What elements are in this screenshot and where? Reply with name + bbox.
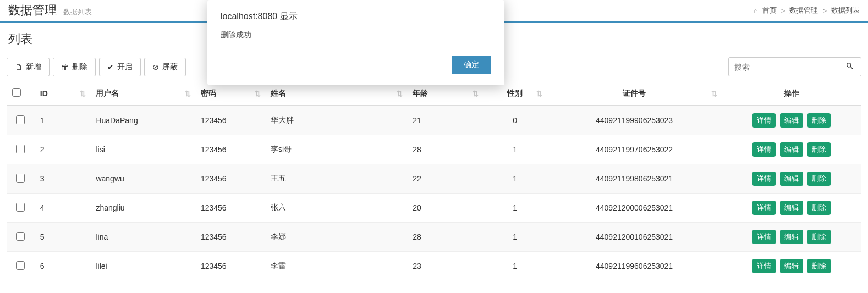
cell-actions: 详情 编辑 删除 bbox=[722, 223, 861, 252]
cell-idcard: 440921200106253021 bbox=[547, 223, 722, 252]
enable-button[interactable]: ✔ 开启 bbox=[99, 58, 141, 76]
row-checkbox[interactable] bbox=[16, 115, 25, 124]
cell-age: 21 bbox=[407, 106, 483, 135]
alert-dialog: localhost:8080 显示 删除成功 确定 bbox=[207, 0, 504, 85]
cell-id: 3 bbox=[35, 164, 91, 194]
breadcrumb-item-2[interactable]: 数据列表 bbox=[831, 5, 860, 15]
sort-icon: ⇅ bbox=[536, 91, 542, 95]
detail-button[interactable]: 详情 bbox=[752, 201, 776, 215]
breadcrumb-home[interactable]: 首页 bbox=[762, 5, 777, 15]
cell-username: lisi bbox=[90, 135, 195, 164]
column-actions: 操作 bbox=[722, 81, 861, 106]
row-delete-button[interactable]: 删除 bbox=[807, 230, 831, 244]
sort-icon: ⇅ bbox=[473, 91, 479, 95]
cell-gender: 1 bbox=[483, 194, 547, 223]
breadcrumb-item-1[interactable]: 数据管理 bbox=[789, 5, 818, 15]
column-id[interactable]: ID⇅ bbox=[35, 81, 91, 106]
dialog-confirm-button[interactable]: 确定 bbox=[452, 56, 491, 74]
ban-icon: ⊘ bbox=[152, 63, 159, 71]
cell-username: wangwu bbox=[90, 164, 195, 194]
detail-button[interactable]: 详情 bbox=[752, 172, 776, 186]
cell-actions: 详情 编辑 删除 bbox=[722, 194, 861, 223]
table-row: 6 lilei 123456 李雷 23 1 44092119960625302… bbox=[7, 252, 861, 281]
breadcrumb-sep: > bbox=[822, 7, 827, 15]
add-button-label: 新增 bbox=[26, 62, 41, 72]
cell-idcard: 440921199706253022 bbox=[547, 135, 722, 164]
cell-actions: 详情 编辑 删除 bbox=[722, 106, 861, 135]
breadcrumb: ⌂ 首页 > 数据管理 > 数据列表 bbox=[754, 5, 860, 15]
select-all-checkbox[interactable] bbox=[12, 88, 21, 97]
detail-button[interactable]: 详情 bbox=[752, 142, 776, 157]
cell-id: 6 bbox=[35, 252, 91, 281]
cell-actions: 详情 编辑 删除 bbox=[722, 164, 861, 194]
breadcrumb-sep: > bbox=[781, 7, 785, 15]
cell-idcard: 440921199906253023 bbox=[547, 106, 722, 135]
column-idcard[interactable]: 证件号⇅ bbox=[547, 81, 722, 106]
row-delete-button[interactable]: 删除 bbox=[807, 201, 831, 215]
row-checkbox[interactable] bbox=[16, 232, 25, 241]
sort-icon: ⇅ bbox=[711, 91, 717, 95]
table-row: 5 lina 123456 李娜 28 1 440921200106253021… bbox=[7, 223, 861, 252]
detail-button[interactable]: 详情 bbox=[752, 113, 776, 128]
row-delete-button[interactable]: 删除 bbox=[807, 259, 831, 273]
cell-name: 张六 bbox=[265, 194, 407, 223]
row-checkbox[interactable] bbox=[16, 174, 25, 183]
edit-button[interactable]: 编辑 bbox=[780, 172, 803, 186]
row-delete-button[interactable]: 删除 bbox=[807, 172, 831, 186]
cell-gender: 1 bbox=[483, 135, 547, 164]
cell-password: 123456 bbox=[195, 164, 265, 194]
add-button[interactable]: 🗋 新增 bbox=[7, 58, 50, 76]
edit-button[interactable]: 编辑 bbox=[780, 201, 803, 215]
cell-password: 123456 bbox=[195, 223, 265, 252]
cell-id: 2 bbox=[35, 135, 91, 164]
sort-icon: ⇅ bbox=[185, 91, 191, 95]
delete-button[interactable]: 🗑 删除 bbox=[53, 58, 96, 76]
cell-id: 1 bbox=[35, 106, 91, 135]
cell-id: 4 bbox=[35, 194, 91, 223]
cell-gender: 0 bbox=[483, 106, 547, 135]
cell-id: 5 bbox=[35, 223, 91, 252]
cell-username: zhangliu bbox=[90, 194, 195, 223]
disable-button-label: 屏蔽 bbox=[162, 62, 178, 72]
edit-button[interactable]: 编辑 bbox=[780, 259, 803, 273]
page-title: 数据管理 bbox=[8, 2, 57, 19]
cell-username: lilei bbox=[90, 252, 195, 281]
cell-name: 李si哥 bbox=[265, 135, 407, 164]
column-username[interactable]: 用户名⇅ bbox=[90, 81, 195, 106]
cell-gender: 1 bbox=[483, 223, 547, 252]
edit-button[interactable]: 编辑 bbox=[780, 142, 803, 157]
edit-button[interactable]: 编辑 bbox=[780, 113, 803, 128]
row-delete-button[interactable]: 删除 bbox=[807, 113, 831, 128]
file-icon: 🗋 bbox=[15, 63, 23, 71]
cell-actions: 详情 编辑 删除 bbox=[722, 135, 861, 164]
sort-icon: ⇅ bbox=[80, 91, 86, 95]
row-checkbox[interactable] bbox=[16, 203, 25, 212]
edit-button[interactable]: 编辑 bbox=[780, 230, 803, 244]
cell-age: 20 bbox=[407, 194, 483, 223]
cell-name: 王五 bbox=[265, 164, 407, 194]
sort-icon: ⇅ bbox=[397, 91, 403, 95]
cell-age: 22 bbox=[407, 164, 483, 194]
disable-button[interactable]: ⊘ 屏蔽 bbox=[144, 58, 186, 76]
cell-password: 123456 bbox=[195, 252, 265, 281]
delete-button-label: 删除 bbox=[72, 62, 87, 72]
cell-username: HuaDaPang bbox=[90, 106, 195, 135]
cell-gender: 1 bbox=[483, 164, 547, 194]
cell-age: 23 bbox=[407, 252, 483, 281]
cell-name: 李雷 bbox=[265, 252, 407, 281]
search-button[interactable] bbox=[839, 58, 861, 76]
row-checkbox[interactable] bbox=[16, 261, 25, 270]
detail-button[interactable]: 详情 bbox=[752, 259, 776, 273]
dialog-message: 删除成功 bbox=[221, 30, 491, 40]
cell-gender: 1 bbox=[483, 252, 547, 281]
cell-age: 28 bbox=[407, 223, 483, 252]
row-delete-button[interactable]: 删除 bbox=[807, 142, 831, 157]
cell-name: 李娜 bbox=[265, 223, 407, 252]
search-input[interactable] bbox=[729, 59, 839, 75]
table-row: 4 zhangliu 123456 张六 20 1 44092120000625… bbox=[7, 194, 861, 223]
sort-icon: ⇅ bbox=[255, 91, 261, 95]
search-icon bbox=[845, 62, 854, 70]
detail-button[interactable]: 详情 bbox=[752, 230, 776, 244]
row-checkbox[interactable] bbox=[16, 145, 25, 153]
cell-age: 28 bbox=[407, 135, 483, 164]
